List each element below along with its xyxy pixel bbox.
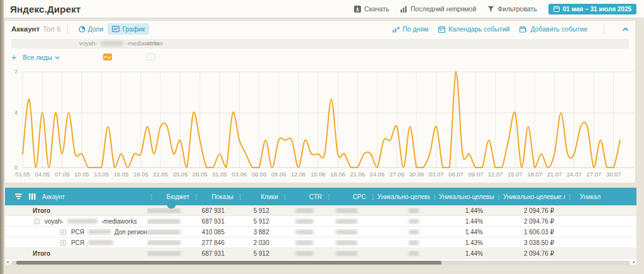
column-menu-icon[interactable]: ⋮ (192, 193, 201, 200)
metric-dropdown[interactable]: Все лиды (23, 54, 60, 61)
chart-toolbar: Аккаунт Топ 6 Доли График (5, 21, 635, 37)
column-menu-icon[interactable]: ⋮ (565, 193, 574, 200)
add-metric-button[interactable]: + (11, 54, 16, 60)
legend-controls-row: + Все лиды (11, 50, 629, 64)
column-header-name[interactable]: Аккаунт (5, 188, 147, 205)
leads-cell (369, 240, 430, 246)
ctr-cell (280, 208, 325, 214)
column-menu-icon[interactable]: ⋮ (236, 193, 245, 200)
column-menu-icon[interactable]: ⋮ (325, 193, 333, 200)
collapse-chart-button[interactable] (622, 27, 629, 31)
censored-value (336, 251, 357, 256)
table-row[interactable]: Итого687 9315 9121.44%2 094.76 ₽ (5, 248, 636, 259)
columns-icon[interactable] (29, 193, 36, 200)
divider (604, 25, 604, 33)
total-swatch-inactive[interactable] (147, 54, 155, 60)
account-cell: Итого (5, 250, 147, 257)
scroll-left-arrow[interactable]: ◂ (6, 260, 9, 265)
stats-table-panel: Аккаунт⋮Бюджет⋮Показы⋮Клики⋮CTR⋮CPC⋮Уник… (5, 188, 636, 265)
column-header-extra[interactable]: ⋮Уникал (565, 188, 603, 205)
series-swatch-active[interactable] (103, 54, 112, 60)
censored-value (409, 251, 419, 256)
leads-cell (369, 208, 430, 214)
table-row[interactable]: Итого687 9315 9121.44%2 094.76 ₽ (5, 205, 636, 216)
download-button[interactable]: Скачать (354, 5, 389, 13)
chart-toolbar-right: По дням Календарь событий Добавить событ… (392, 25, 629, 33)
censored-value (147, 229, 180, 235)
date-range-button[interactable]: 01 мая – 31 июля 2025 (548, 4, 636, 14)
svg-text:4: 4 (14, 109, 18, 116)
scroll-right-arrow[interactable]: ▸ (633, 260, 635, 265)
column-header-label: CTR (289, 193, 325, 200)
ctr-cell (280, 229, 325, 235)
column-header-clicks[interactable]: ⋮Клики (236, 188, 280, 205)
censored-value (409, 229, 419, 235)
view-shares-button[interactable]: Доли (74, 23, 108, 35)
column-header-ctr[interactable]: ⋮CTR (280, 188, 325, 205)
view-graph-button[interactable]: График (108, 23, 149, 35)
svg-text:18.07: 18.07 (527, 171, 542, 178)
attribution-model-button[interactable]: Последний непрямой (401, 5, 477, 13)
expand-row-icon[interactable]: + (60, 240, 66, 246)
svg-text:07.05: 07.05 (55, 171, 70, 178)
censored-value (336, 208, 357, 214)
column-header-leads[interactable]: ⋮Уникально-целевые лиды (369, 188, 430, 205)
filter-button[interactable]: Фильтровать (487, 5, 536, 13)
row-checkbox[interactable] (34, 219, 40, 224)
leads_pct-cell: 1.44% (430, 207, 494, 214)
column-menu-icon[interactable]: ⋮ (494, 193, 503, 200)
censored-value (296, 251, 313, 256)
line-chart[interactable]: 01.0504.0507.0510.0513.0516.0519.0522.05… (5, 64, 635, 183)
censored-value (409, 240, 419, 246)
expand-row-icon[interactable]: + (60, 229, 66, 235)
table-row[interactable]: voyah--mediaworks687 9315 9121.44%2 094.… (5, 216, 636, 227)
add-event-button[interactable]: Добавить событие (519, 25, 587, 33)
budget-cell (147, 240, 192, 246)
table-row[interactable]: +РСЯ277 8462 0301.43%3 038.50 ₽ (5, 237, 636, 248)
column-header-impressions[interactable]: ⋮Показы (192, 188, 236, 205)
column-header-leads_pct[interactable]: ⋮Уникально-целевые лиды % (430, 188, 494, 205)
ctr-cell (280, 251, 325, 256)
view-graph-label: График (122, 25, 145, 33)
svg-text:27.07: 27.07 (586, 171, 601, 178)
svg-text:7: 7 (14, 68, 18, 75)
column-header-cpc[interactable]: ⋮CPC (325, 188, 369, 205)
column-menu-icon[interactable]: ⋮ (369, 193, 377, 200)
censored-text (67, 219, 97, 224)
filter-icon (487, 6, 494, 13)
events-calendar-button[interactable]: Календарь событий (438, 25, 509, 33)
by-days-button[interactable]: По дням (392, 25, 428, 33)
account-cell: Итого (5, 207, 147, 214)
svg-text:21.07: 21.07 (547, 171, 562, 178)
account-name: voyah- (45, 218, 64, 225)
column-header-lead_cost[interactable]: ⋮Уникально-целевые лиды цена (494, 188, 565, 205)
account-cell: voyah--mediaworks (5, 218, 147, 225)
table-row[interactable]: +РСЯДоп регионы410 0853 8821.44%1 606.03… (5, 227, 636, 237)
svg-text:30.06: 30.06 (409, 171, 424, 178)
line-chart-icon (112, 26, 119, 32)
scrollbar-thumb[interactable] (16, 261, 441, 265)
svg-text:30.07: 30.07 (606, 171, 621, 178)
add-event-icon (519, 26, 527, 33)
filter-rows-icon[interactable] (15, 193, 23, 200)
column-menu-icon[interactable]: ⋮ (147, 193, 156, 200)
censored-value (336, 229, 357, 235)
column-header-label: Уникально-целевые лиды цена (503, 193, 565, 200)
svg-text:19.05: 19.05 (133, 171, 148, 178)
column-header-budget[interactable]: ⋮Бюджет (147, 188, 192, 205)
censored-text (101, 41, 123, 46)
stats-table: Аккаунт⋮Бюджет⋮Показы⋮Клики⋮CTR⋮CPC⋮Уник… (5, 188, 636, 259)
impressions-cell: 687 931 (192, 250, 236, 257)
column-menu-icon[interactable]: ⋮ (280, 193, 289, 200)
page-title: Яндекс.Директ (10, 4, 80, 14)
calendar-icon (553, 6, 560, 12)
horizontal-scrollbar[interactable]: ◂ ▸ (11, 261, 630, 265)
clicks-cell: 2 030 (236, 239, 280, 246)
column-menu-icon[interactable]: ⋮ (430, 193, 439, 200)
svg-text:22.05: 22.05 (153, 171, 168, 178)
entity-label: Аккаунт (11, 25, 40, 33)
ctr-cell (280, 219, 325, 224)
leads-cell (369, 251, 430, 256)
censored-value (147, 208, 180, 214)
legend-header-strip: voyah--mediaworks Итого (11, 39, 629, 49)
